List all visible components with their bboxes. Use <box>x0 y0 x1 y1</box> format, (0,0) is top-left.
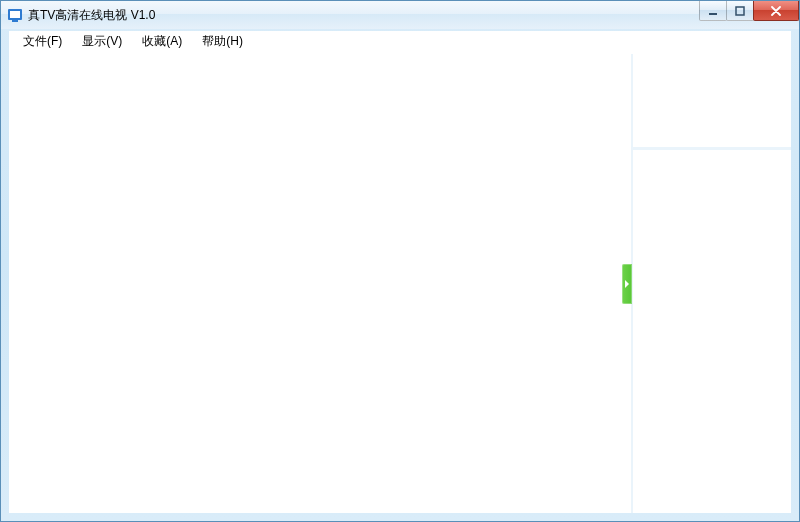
menu-view[interactable]: 显示(V) <box>72 31 132 52</box>
menu-help[interactable]: 帮助(H) <box>192 31 253 52</box>
svg-rect-2 <box>12 20 18 22</box>
menu-favorites[interactable]: 收藏(A) <box>132 31 192 52</box>
svg-rect-1 <box>10 11 20 18</box>
client-area <box>9 53 791 513</box>
menu-bar: 文件(F) 显示(V) 收藏(A) 帮助(H) <box>9 31 791 53</box>
app-icon <box>7 7 23 23</box>
side-panel-bottom <box>633 150 791 513</box>
window-title: 真TV高清在线电视 V1.0 <box>28 7 155 24</box>
minimize-button[interactable] <box>699 1 727 21</box>
menu-file[interactable]: 文件(F) <box>13 31 72 52</box>
side-panel <box>633 54 791 513</box>
window-controls <box>700 1 799 21</box>
svg-rect-4 <box>736 7 744 15</box>
side-panel-toggle[interactable] <box>622 264 632 304</box>
svg-rect-3 <box>709 13 717 15</box>
app-window: 真TV高清在线电视 V1.0 文件(F) 显示(V) 收藏(A) 帮助(H) <box>0 0 800 522</box>
maximize-button[interactable] <box>726 1 754 21</box>
title-bar: 真TV高清在线电视 V1.0 <box>1 1 799 29</box>
side-panel-top <box>633 54 791 150</box>
close-button[interactable] <box>753 1 799 21</box>
video-pane <box>9 54 633 513</box>
